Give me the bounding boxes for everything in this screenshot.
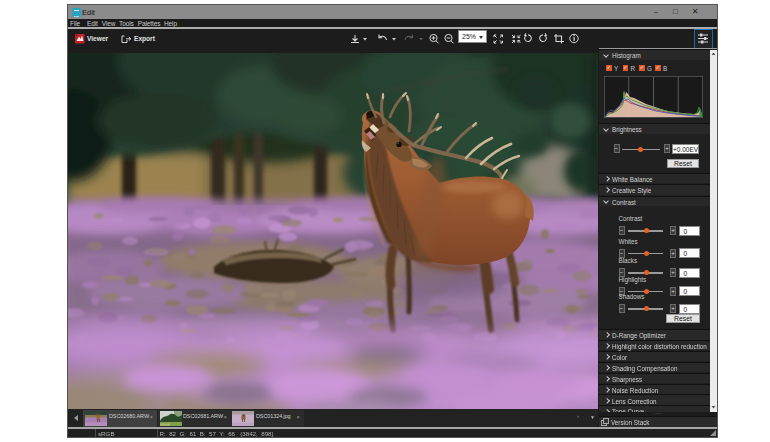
svg-text:Export: Export: [134, 35, 156, 43]
svg-text:Viewer: Viewer: [87, 35, 109, 42]
